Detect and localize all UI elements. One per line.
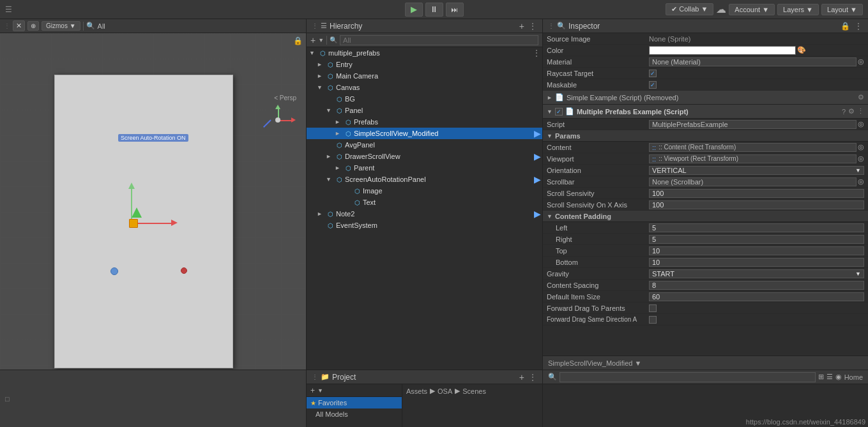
script-removed-gear[interactable]: ⚙: [858, 93, 864, 101]
hierarchy-item-canvas[interactable]: ▼ ⬡ Canvas: [307, 82, 542, 93]
hand-tool-button[interactable]: ✕: [13, 20, 25, 31]
scroll-sens-x-input[interactable]: 100: [649, 200, 864, 209]
color-label: Color: [547, 47, 649, 54]
inspector-menu-button[interactable]: ⋮: [854, 21, 863, 31]
project-favorites-item[interactable]: ★ Favorites: [307, 397, 402, 408]
color-pick-icon[interactable]: 🎨: [797, 46, 806, 54]
breadcrumb: Assets ▶ OSA ▶ Scenes: [406, 387, 538, 395]
hierarchy-item-screen-auto[interactable]: ▼ ⬡ ScreenAutoRotationPanel ▶: [307, 174, 542, 185]
content-value-field[interactable]: :::: Content (Rect Transform): [649, 143, 857, 152]
right-input[interactable]: 5: [649, 235, 864, 244]
script-settings-icon[interactable]: ⚙: [848, 107, 855, 116]
script-expand-arrow[interactable]: ▼: [547, 109, 552, 115]
forward-drag-dir-checkbox[interactable]: [649, 316, 657, 324]
scene-viewport[interactable]: Screen Auto-Rotation ON < Persp: [0, 33, 306, 370]
collab-button[interactable]: ✔ Collab ▼: [666, 3, 713, 15]
hierarchy-item-prefabs[interactable]: ► ⬡ Prefabs: [307, 116, 542, 128]
scene-toolbar: ⋮ ✕ ⊕ Gizmos ▼ 🔍 All: [0, 19, 306, 33]
move-tool-button[interactable]: ⊕: [27, 21, 39, 31]
gravity-dropdown[interactable]: START ▼: [649, 269, 864, 278]
hierarchy-item-multiple-prefabs[interactable]: ▼ ⬡ multiple_prefabs ⋮: [307, 47, 542, 59]
orientation-dropdown[interactable]: VERTICAL ▼: [649, 166, 864, 175]
inspector-row-color: Color 🎨: [543, 45, 868, 56]
project-add-button[interactable]: +: [519, 372, 524, 382]
raycast-checkbox[interactable]: ✓: [649, 70, 657, 77]
left-input[interactable]: 5: [649, 223, 864, 232]
hierarchy-item-simple-scroll[interactable]: ► ⬡ SimpleScrollView_Modified ▶: [307, 128, 542, 139]
inspector-row-forward-drag: Forward Drag To Parents: [543, 303, 868, 314]
content-label: Content: [547, 144, 649, 151]
project-search-icon-2[interactable]: ☰: [826, 373, 833, 381]
center-handle[interactable]: [129, 219, 138, 228]
hierarchy-item-parent[interactable]: ► ⬡ Parent: [307, 162, 542, 174]
params-arrow: ▼: [547, 133, 552, 139]
inspector-row-right: Right 5: [543, 234, 868, 245]
hierarchy-title: Hierarchy: [330, 22, 362, 31]
top-input[interactable]: 10: [649, 246, 864, 255]
lock-icon: 🔒: [293, 36, 303, 45]
hierarchy-item-text[interactable]: ⬡ Text: [307, 197, 542, 208]
content-target-icon[interactable]: ◎: [858, 143, 864, 151]
color-swatch[interactable]: [649, 46, 796, 55]
gizmos-button[interactable]: Gizmos ▼: [42, 21, 80, 31]
source-image-value: None (Sprite): [649, 35, 690, 43]
hierarchy-search-input[interactable]: [340, 35, 538, 45]
home-label[interactable]: Home: [844, 373, 863, 381]
hierarchy-item-main-camera[interactable]: ► ⬡ Main Camera: [307, 70, 542, 82]
inspector-row-script: Script MultiplePrefabsExample ◎: [543, 119, 868, 130]
hierarchy-add-button[interactable]: +: [519, 21, 524, 31]
hierarchy-item-entry[interactable]: ► ⬡ Entry: [307, 59, 542, 70]
play-button[interactable]: ▶: [405, 3, 423, 17]
hierarchy-item-note2[interactable]: ► ⬡ Note2 ▶: [307, 208, 542, 220]
project-dropdown-icon[interactable]: ▼: [317, 387, 323, 394]
inspector-bottom-object[interactable]: SimpleScrollView_Modified ▼: [548, 359, 641, 367]
maskable-checkbox[interactable]: ✓: [649, 81, 657, 89]
viewport-value-field[interactable]: :::: Viewport (Rect Transform): [649, 154, 857, 163]
project-panel-icon: ⋮: [312, 373, 318, 380]
inspector-row-content: Content :::: Content (Rect Transform) ◎: [543, 142, 868, 153]
material-target-icon[interactable]: ◎: [858, 57, 864, 66]
script-help-icon[interactable]: ?: [842, 108, 846, 116]
cloud-icon[interactable]: ☁: [716, 3, 726, 15]
hierarchy-item-avgpanel[interactable]: ⬡ AvgPanel: [307, 139, 542, 151]
viewport-target-icon[interactable]: ◎: [858, 154, 864, 163]
project-search-icon-3[interactable]: ◉: [835, 373, 842, 381]
account-button[interactable]: Account ▼: [729, 4, 775, 15]
forward-drag-checkbox[interactable]: [649, 304, 657, 312]
project-all-models-item[interactable]: All Models: [307, 408, 402, 420]
project-menu-button[interactable]: ⋮: [528, 372, 537, 382]
default-item-size-input[interactable]: 60: [649, 292, 864, 301]
scrollbar-target-icon[interactable]: ◎: [858, 177, 864, 186]
step-button[interactable]: ⏭: [446, 3, 464, 17]
breadcrumb-assets[interactable]: Assets: [406, 387, 427, 395]
inspector-lock-icon[interactable]: 🔒: [841, 22, 850, 31]
vis-sep: [326, 36, 327, 45]
layout-button[interactable]: Layout ▼: [821, 4, 863, 15]
scrollbar-value-field[interactable]: None (Scrollbar): [649, 177, 857, 186]
drag-handle-icon: ⋮: [4, 22, 10, 29]
hierarchy-item-drawer-scroll[interactable]: ► ⬡ DrawerScrollView ▶: [307, 151, 542, 162]
script-field-value[interactable]: MultiplePrefabsExample: [649, 120, 857, 129]
bottom-input[interactable]: 10: [649, 258, 864, 267]
script-active-checkbox[interactable]: ✓: [555, 108, 563, 116]
hierarchy-item-image[interactable]: ⬡ Image: [307, 185, 542, 197]
dropdown-arrow[interactable]: ▼: [318, 37, 324, 43]
hierarchy-menu-button[interactable]: ⋮: [528, 21, 537, 31]
content-spacing-input[interactable]: 8: [649, 281, 864, 290]
project-search-icon-1[interactable]: ⊞: [818, 373, 824, 381]
script-target-icon[interactable]: ◎: [858, 120, 864, 128]
scroll-sens-input[interactable]: 100: [649, 189, 864, 198]
hierarchy-item-panel[interactable]: ▼ ⬡ Panel: [307, 105, 542, 116]
add-button[interactable]: +: [310, 35, 316, 45]
top-row: ⋮ ✕ ⊕ Gizmos ▼ 🔍 All: [0, 19, 868, 370]
breadcrumb-scenes[interactable]: Scenes: [462, 387, 486, 395]
hierarchy-item-event-system[interactable]: ⬡ EventSystem: [307, 220, 542, 231]
breadcrumb-osa[interactable]: OSA: [438, 387, 452, 395]
hierarchy-item-bg[interactable]: ⬡ BG: [307, 93, 542, 105]
script-menu-icon[interactable]: ⋮: [857, 107, 864, 116]
layers-button[interactable]: Layers ▼: [777, 4, 819, 15]
pause-button[interactable]: ⏸: [425, 3, 443, 17]
search-icon: 🔍: [86, 22, 95, 30]
project-add-icon[interactable]: +: [310, 386, 315, 395]
project-search-input[interactable]: [560, 372, 816, 382]
